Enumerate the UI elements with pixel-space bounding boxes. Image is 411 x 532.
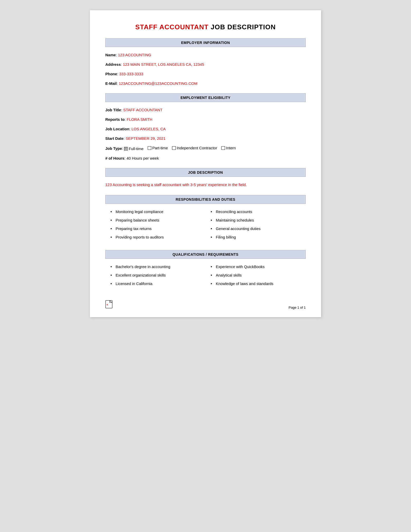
qualifications-list: Bachelor's degree in accounting Excellen… — [105, 264, 306, 289]
qualifications-col1: Bachelor's degree in accounting Excellen… — [105, 264, 206, 289]
list-item: General accounting duties — [211, 226, 306, 231]
employer-phone-label: Phone — [105, 72, 117, 76]
list-item: Excellent organizational skills — [110, 272, 206, 278]
employer-email-value: 123ACCOUNTING@123ACCOUNTING.COM — [119, 81, 198, 86]
hours-value: 40 Hours per week — [127, 156, 159, 160]
svg-text:e: e — [107, 303, 108, 306]
employer-email-label: E-Mail — [105, 81, 117, 86]
employer-phone-value: 333-333-3333 — [119, 72, 143, 76]
employer-address-value: 123 MAIN STREET, LOS ANGELES CA, 12345 — [123, 62, 204, 67]
qualifications-col2: Experience with QuickBooks Analytical sk… — [206, 264, 306, 289]
employer-name-row: Name: 123 ACCOUNTING — [105, 52, 306, 58]
list-item: Licensed in California — [110, 281, 206, 286]
hours-label: # of Hours — [105, 156, 124, 160]
employment-eligibility-section: EMPLOYMENT ELIGIBILITY Job Title: STAFF … — [105, 93, 306, 161]
employment-eligibility-header: EMPLOYMENT ELIGIBILITY — [105, 93, 306, 102]
list-item: Knowledge of laws and standards — [211, 281, 306, 286]
fulltime-label: Full-time — [129, 146, 144, 151]
reports-to-label: Reports to — [105, 117, 125, 122]
job-type-label: Job Type — [105, 146, 122, 151]
list-item: Monitoring legal compliance — [110, 209, 206, 214]
parttime-label: Part-time — [152, 145, 168, 151]
responsibilities-col2: Reconciling accounts Maintaining schedul… — [206, 209, 306, 243]
job-title-row: Job Title: STAFF ACCOUNTANT — [105, 107, 306, 113]
contractor-checkbox — [172, 146, 176, 150]
fulltime-checkbox: ☒ — [124, 147, 128, 151]
intern-checkbox — [221, 146, 225, 150]
job-title-label: Job Title — [105, 108, 121, 112]
responsibilities-list: Monitoring legal compliance Preparing ba… — [105, 209, 306, 243]
list-item: Maintaining schedules — [211, 217, 306, 223]
job-description-section: JOB DESCRIPTION 123 Accounting is seekin… — [105, 168, 306, 188]
responsibilities-col1: Monitoring legal compliance Preparing ba… — [105, 209, 206, 243]
responsibilities-header: RESPONSIBILITIES AND DUTIES — [105, 195, 306, 204]
document-page: STAFF ACCOUNTANT JOB DESCRIPTION EMPLOYE… — [90, 10, 321, 317]
parttime-checkbox — [148, 146, 151, 150]
list-item: Filing billing — [211, 234, 306, 240]
employer-phone-row: Phone: 333-333-3333 — [105, 71, 306, 77]
intern-option: Intern — [221, 145, 236, 151]
employer-address-row: Address: 123 MAIN STREET, LOS ANGELES CA… — [105, 62, 306, 67]
intern-label: Intern — [226, 145, 236, 151]
reports-to-row: Reports to: FLORA SMITH — [105, 117, 306, 122]
start-date-value: SEPTEMBER 29, 2021 — [126, 136, 165, 141]
page-title: STAFF ACCOUNTANT JOB DESCRIPTION — [105, 23, 306, 31]
list-item: Preparing balance sheets — [110, 217, 206, 223]
job-location-value: LOS ANGELES, CA — [132, 127, 166, 131]
employer-info-block: Name: 123 ACCOUNTING Address: 123 MAIN S… — [105, 52, 306, 86]
job-location-row: Job Location: LOS ANGELES, CA — [105, 126, 306, 132]
start-date-row: Start Date: SEPTEMBER 29, 2021 — [105, 136, 306, 141]
list-item: Bachelor's degree in accounting — [110, 264, 206, 269]
employer-address-label: Address — [105, 62, 121, 67]
reports-to-value: FLORA SMITH — [127, 117, 152, 122]
start-date-label: Start Date — [105, 136, 124, 141]
list-item: Providing reports to auditors — [110, 234, 206, 240]
job-description-text: 123 Accounting is seeking a staff accoun… — [105, 182, 306, 188]
job-type-row: Job Type: ☒ Full-time Part-time Independ… — [105, 145, 306, 151]
list-item: Analytical skills — [211, 272, 306, 278]
contractor-option: Independent Contractor — [172, 145, 217, 151]
employment-eligibility-block: Job Title: STAFF ACCOUNTANT Reports to: … — [105, 107, 306, 161]
hours-row: # of Hours: 40 Hours per week — [105, 155, 306, 161]
fulltime-option: ☒ Full-time — [124, 146, 144, 151]
list-item: Preparing tax returns — [110, 226, 206, 231]
qualifications-section: QUALIFICATIONS / REQUIREMENTS Bachelor's… — [105, 250, 306, 289]
employer-email-row: E-Mail: 123ACCOUNTING@123ACCOUNTING.COM — [105, 81, 306, 86]
job-type-options: ☒ Full-time Part-time Independent Contra… — [124, 146, 239, 151]
job-description-header: JOB DESCRIPTION — [105, 168, 306, 177]
responsibilities-section: RESPONSIBILITIES AND DUTIES Monitoring l… — [105, 195, 306, 243]
list-item: Reconciling accounts — [211, 209, 306, 214]
employer-name-label: Name — [105, 53, 116, 57]
job-title-value: STAFF ACCOUNTANT — [123, 108, 163, 112]
page-footer: Page 1 of 1 — [289, 306, 306, 309]
job-location-label: Job Location — [105, 127, 129, 131]
employer-info-header: EMPLOYER INFORMATION — [105, 38, 306, 47]
parttime-option: Part-time — [148, 145, 168, 151]
contractor-label: Independent Contractor — [177, 145, 217, 151]
employer-info-section: EMPLOYER INFORMATION Name: 123 ACCOUNTIN… — [105, 38, 306, 86]
qualifications-header: QUALIFICATIONS / REQUIREMENTS — [105, 250, 306, 259]
employer-name-value: 123 ACCOUNTING — [118, 53, 151, 57]
title-red-part: STAFF ACCOUNTANT — [135, 23, 209, 31]
title-black-part: JOB DESCRIPTION — [209, 23, 276, 31]
list-item: Experience with QuickBooks — [211, 264, 306, 269]
document-icon: e — [105, 300, 113, 310]
